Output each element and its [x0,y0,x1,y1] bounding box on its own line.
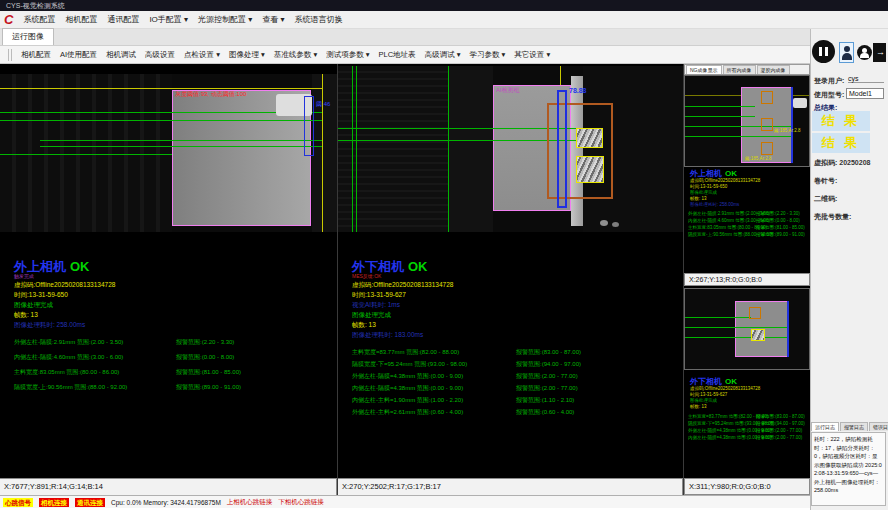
menu-language-switch[interactable]: 系统语言切换 [295,14,343,25]
small-top-coordinate-bar: X:267;Y:13;R:0;G:0;B:0 [684,273,810,286]
tool-camera-config[interactable]: 相机配置 [21,50,51,60]
login-user-value[interactable]: cys [848,75,884,83]
measure-line [356,66,357,232]
alarm-range: 报警范围:(89.00 - 91.00) [756,232,805,237]
model-select[interactable]: Model1 [846,88,884,99]
tool-spot-check[interactable]: 点检设置 ▾ [184,50,220,60]
tool-image-processing[interactable]: 图像处理 ▾ [229,50,265,60]
machinery-background [338,66,448,232]
measure-line [685,136,793,137]
defect-box [761,91,773,104]
menu-light-config[interactable]: 光源控制配置 ▾ [198,14,252,25]
cpu-memory-status: Cpu: 0.0% Memory: 3424.41796875M [111,499,221,506]
threshold-overlay-label: 灰度阈值:93, 动态阈值:100 [175,90,246,99]
menu-io-config[interactable]: IO手配置 ▾ [149,14,188,25]
small-top-camera-image[interactable]: 阈:185,Ar:2.8 阈:185,Ar:2.8 [684,75,810,167]
status-bar: 心跳信号 相机连接 通讯连接 Cpu: 0.0% Memory: 3424.41… [0,495,810,508]
alarm-range: 报警范围:(83.00 - 87.00) [756,414,805,419]
camera-name: 外下相机 [690,377,722,386]
user-login-button[interactable] [839,42,854,63]
machinery-detail [612,222,619,227]
alarm-range: 报警范围:(2.00 - 77.00) [516,372,578,381]
tool-test-params[interactable]: 测试项参数 ▾ [326,50,369,60]
tab-run-image[interactable]: 运行图像 [2,28,54,45]
tool-advanced-settings[interactable]: 高级设置 [145,50,175,60]
alarm-range: 报警范围:(94.00 - 97.00) [756,421,805,426]
pause-button[interactable] [812,40,835,63]
small-bottom-barcode: 虚拟码:Offline20250208133134728 [690,386,760,391]
alarm-range: 报警范围:(2.00 - 77.00) [756,428,802,433]
tool-other-settings[interactable]: 其它设置 ▾ [514,50,550,60]
measure-line [352,66,353,232]
measure-line [0,154,172,155]
log-tabs: 运行日志 报警日志 错误日志 [811,422,888,431]
tab-gel-inner[interactable]: 凝胶内成像 [757,65,790,74]
small-bottom-frame-count: 帧数: 13 [690,404,707,409]
measurement-row: 内侧左柱-隔膜:4.60mm 范围:(3.00 - 6.00) [14,353,123,362]
menu-system-config[interactable]: 系统配置 [23,14,55,25]
tool-learning-params[interactable]: 学习参数 ▾ [469,50,505,60]
defect-box [576,156,604,183]
defect-label: 阈:185,Ar:2.8 [774,128,801,133]
left-elapsed: 图像处理耗时: 258.00ms [14,321,85,330]
measurement-row: 内侧左柱-主料=1.90mm 范围:(1.00 - 2.20) [352,396,463,405]
measure-line [40,146,322,147]
tab-error-log[interactable]: 错误日志 [869,422,888,431]
camera-name: 外下相机 [352,259,404,274]
measure-line [0,120,322,121]
exit-button[interactable]: → [873,43,886,62]
small-bottom-camera-image[interactable] [684,288,810,370]
tab-ng-display[interactable]: NG成像显示 [686,65,722,74]
menu-comm-config[interactable]: 通讯配置 [107,14,139,25]
defect-box [749,307,761,319]
measurement-row: 主料宽度:83.05mm 范围:(80.00 - 86.00) [14,368,119,377]
middle-time: 时间:13-31-59-627 [352,291,406,300]
left-camera-image[interactable]: 灰度阈值:93, 动态阈值:100 阈:46 [0,74,337,232]
result-ok: OK [70,259,90,274]
tool-ai-config[interactable]: AI使用配置 [60,50,97,60]
virtual-code-row: 虚拟码: 20250208 [814,158,870,168]
tool-camera-debug[interactable]: 相机调试 [106,50,136,60]
machinery-detail [600,220,608,226]
tab-alarm-log[interactable]: 报警日志 [840,422,868,431]
operator-button[interactable] [857,45,872,60]
pause-icon [819,47,822,56]
titlebar: CYS-视觉检测系统 [0,0,888,11]
left-frame-count: 帧数: 13 [14,311,38,320]
person-icon [860,53,869,58]
alarm-range: 报警范围:(1.10 - 2.10) [516,396,574,405]
toolbar: 相机配置 AI使用配置 相机调试 高级设置 点检设置 ▾ 图像处理 ▾ 基准线参… [0,46,810,64]
virtual-code-label: 虚拟码: [814,159,837,166]
alarm-range: 报警范围:(83.00 - 87.00) [516,348,581,357]
small-top-elapsed: 图像处理耗时: 258.00ms [690,202,739,207]
lower-camera-heartbeat: 下相机心跳链接 [278,498,324,507]
window-title: CYS-视觉检测系统 [6,2,65,9]
result-display-top: 结 果 [812,111,870,131]
tab-all-inner[interactable]: 所有内成像 [723,65,756,74]
left-barcode: 虚拟码:Offline20250208133134728 [14,281,115,290]
tool-plc-address[interactable]: PLC地址表 [379,50,416,60]
menubar: C 系统配置 相机配置 通讯配置 IO手配置 ▾ 光源控制配置 ▾ 查看 ▾ 系… [0,11,888,29]
camera-name: 外上相机 [690,169,722,178]
result-ok: OK [408,259,428,274]
measure-line [685,116,755,117]
log-output[interactable]: 耗时：222，缺陷检测耗时：17，缺陷分类耗时：0，缺陷视频分区耗时：显示图像获… [811,432,886,506]
measure-line [685,106,755,107]
machinery-background [448,66,493,232]
tool-baseline-params[interactable]: 基准线参数 ▾ [274,50,317,60]
menu-view[interactable]: 查看 ▾ [262,14,284,25]
tool-advanced-debug[interactable]: 高级调试 ▾ [425,50,461,60]
login-user-label: 登录用户: [814,76,844,86]
tab-run-log[interactable]: 运行日志 [811,422,839,431]
measure-line [338,140,578,141]
toolbar-grip [8,49,12,61]
measurement-row: 外侧左柱-主料=2.61mm 范围:(0.60 - 4.00) [352,408,463,417]
middle-camera-image[interactable]: AI检测框 78.88 [338,66,683,232]
yellow-reference-line [0,88,322,89]
menu-camera-config[interactable]: 相机配置 [65,14,97,25]
small-bottom-coordinate-bar: X:311;Y:980;R:0;G:0;B:0 [684,478,810,495]
shell-batch-label: 壳批号数量: [814,212,851,222]
comm-connection-badge: 通讯连接 [75,498,105,507]
measurement-row: 外侧左柱-隔膜:2.91mm 范围:(2.00 - 3.50) [14,338,123,347]
middle-elapsed: 图像处理耗时: 183.00ms [352,331,423,340]
